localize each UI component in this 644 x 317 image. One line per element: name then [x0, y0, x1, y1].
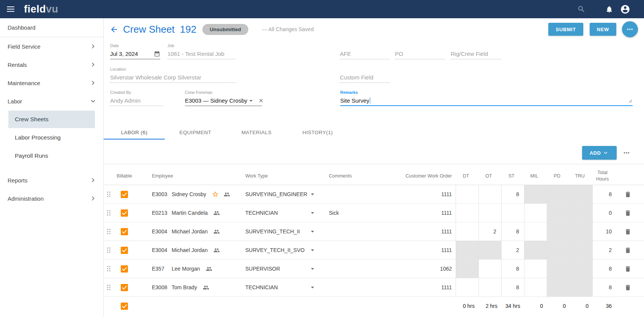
dt-hours-cell[interactable] [456, 185, 478, 203]
crew-group-icon[interactable] [213, 228, 220, 235]
st-hours-cell[interactable]: 8 [501, 278, 524, 296]
drag-handle[interactable] [107, 228, 111, 235]
ot-hours-cell[interactable] [478, 278, 501, 296]
submit-button[interactable]: SUBMIT [548, 23, 583, 36]
custom-field[interactable]: Custom Field [340, 67, 390, 83]
mil-hours-cell[interactable] [524, 260, 547, 278]
crew-foreman-select[interactable]: Crew Foreman E3003 — Sidney Crosby [185, 90, 262, 106]
rig-crew-field[interactable]: Rig/Crew Field [451, 43, 501, 59]
tab-labor[interactable]: LABOR (6) [104, 126, 165, 139]
tab-materials[interactable]: MATERIALS [226, 126, 287, 139]
more-actions-button[interactable] [622, 21, 638, 37]
dropdown-caret-icon[interactable] [247, 97, 255, 105]
ot-hours-cell[interactable] [478, 260, 501, 278]
drag-handle[interactable] [107, 247, 111, 253]
mil-hours-cell[interactable] [524, 222, 547, 241]
st-hours-cell[interactable] [501, 204, 524, 222]
comments-cell[interactable]: Sick [320, 204, 395, 222]
search-icon[interactable] [577, 5, 586, 13]
new-button[interactable]: NEW [590, 23, 616, 36]
delete-row-button[interactable] [624, 284, 631, 291]
afe-field[interactable]: AFE [340, 43, 390, 59]
delete-row-button[interactable] [624, 191, 631, 198]
comments-cell[interactable] [320, 185, 395, 203]
customer-work-order-cell[interactable]: 1111 [395, 278, 456, 296]
back-arrow-icon[interactable] [110, 25, 118, 34]
crew-group-icon[interactable] [213, 247, 220, 254]
foreman-star-icon[interactable] [212, 191, 219, 198]
drag-handle[interactable] [107, 266, 111, 272]
billable-checkbox[interactable] [121, 247, 128, 254]
tab-equipment[interactable]: EQUIPMENT [165, 126, 226, 139]
drag-handle[interactable] [107, 210, 111, 216]
comments-cell[interactable] [320, 260, 395, 278]
billable-checkbox[interactable] [121, 284, 128, 291]
user-avatar-icon[interactable] [620, 4, 630, 14]
billable-checkbox[interactable] [121, 265, 128, 273]
customer-work-order-cell[interactable]: 1111 [395, 185, 456, 203]
drag-handle[interactable] [107, 191, 111, 197]
work-type-select[interactable]: TECHNICIAN [238, 278, 320, 296]
billable-checkbox[interactable] [121, 209, 128, 217]
select-all-checkbox[interactable] [121, 303, 128, 310]
customer-work-order-cell[interactable]: 1111 [395, 241, 456, 259]
crew-group-icon[interactable] [224, 191, 230, 198]
ot-hours-cell[interactable] [478, 204, 501, 222]
crew-group-icon[interactable] [203, 284, 209, 291]
sidebar-item-reports[interactable]: Reports [0, 171, 103, 189]
dt-hours-cell[interactable] [456, 222, 478, 241]
delete-row-button[interactable] [624, 209, 631, 217]
calendar-icon[interactable] [154, 51, 160, 57]
mil-hours-cell[interactable] [524, 204, 547, 222]
customer-work-order-cell[interactable]: 1111 [395, 204, 456, 222]
po-field[interactable]: PO [395, 43, 445, 59]
st-hours-cell[interactable]: 2 [501, 241, 524, 259]
comments-cell[interactable] [320, 241, 395, 259]
resize-handle-icon[interactable] [628, 98, 632, 105]
st-hours-cell[interactable]: 8 [501, 260, 524, 278]
work-type-select[interactable]: SURVEYING_TECH_II [238, 222, 320, 241]
customer-work-order-cell[interactable]: 1111 [395, 222, 456, 241]
work-type-select[interactable]: SURVEYING_ENGINEER [238, 185, 320, 203]
ot-hours-cell[interactable] [478, 185, 501, 203]
drag-handle[interactable] [107, 284, 111, 290]
delete-row-button[interactable] [624, 247, 631, 254]
remarks-textarea[interactable]: Remarks Site Survey [340, 90, 633, 106]
sidebar-item-crew-sheets[interactable]: Crew Sheets [8, 111, 95, 128]
sidebar-item-rentals[interactable]: Rentals [0, 55, 103, 74]
location-field: Location Silverstar Wholesale Corp Silve… [110, 67, 236, 83]
notifications-icon[interactable] [605, 5, 613, 13]
comments-cell[interactable] [320, 278, 395, 296]
top-navbar: fieldvu [0, 0, 644, 18]
menu-icon[interactable] [7, 6, 14, 12]
add-button[interactable]: ADD [582, 146, 617, 160]
ot-hours-cell[interactable]: 2 [478, 222, 501, 241]
sidebar-item-administration[interactable]: Administration [0, 189, 103, 208]
clear-x-icon[interactable] [258, 98, 264, 103]
st-hours-cell[interactable]: 8 [501, 185, 524, 203]
sidebar-item-dashboard[interactable]: Dashboard [0, 18, 103, 37]
delete-row-button[interactable] [624, 265, 631, 273]
dt-hours-cell[interactable] [456, 278, 478, 296]
comments-cell[interactable] [320, 222, 395, 241]
st-hours-cell[interactable]: 8 [501, 222, 524, 241]
sidebar-item-maintenance[interactable]: Maintenance [0, 74, 103, 92]
table-more-button[interactable] [622, 149, 631, 157]
sidebar-item-labor-processing[interactable]: Labor Processing [0, 128, 103, 147]
sidebar-item-labor[interactable]: Labor [0, 92, 103, 110]
dt-hours-cell[interactable] [456, 204, 478, 222]
billable-checkbox[interactable] [121, 191, 128, 198]
billable-checkbox[interactable] [121, 228, 128, 235]
sidebar-item-payroll-runs[interactable]: Payroll Runs [0, 147, 103, 165]
work-type-select[interactable]: TECHNICIAN [238, 204, 320, 222]
work-type-select[interactable]: SUPERVISOR [238, 260, 320, 278]
work-type-select[interactable]: SURVEY_TECH_II_SVO [238, 241, 320, 259]
crew-group-icon[interactable] [206, 266, 212, 272]
date-field[interactable]: Date Jul 3, 2024 [110, 43, 160, 59]
crew-group-icon[interactable] [213, 210, 220, 216]
mil-hours-cell[interactable] [524, 278, 547, 296]
tab-history[interactable]: HISTORY(1) [287, 126, 348, 139]
sidebar-item-field-service[interactable]: Field Service [0, 37, 103, 55]
delete-row-button[interactable] [624, 228, 631, 235]
customer-work-order-cell[interactable]: 1062 [395, 260, 456, 278]
